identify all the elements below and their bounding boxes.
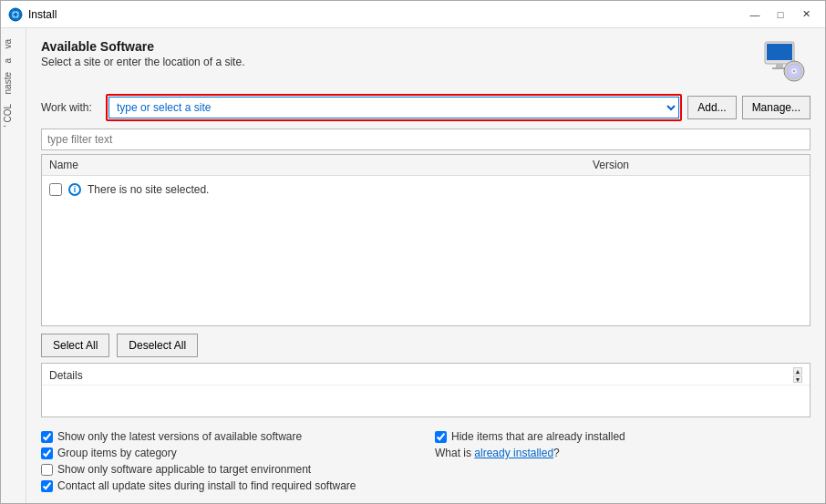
sidebar-label-2: a	[1, 55, 26, 67]
dialog-header: Available Software Select a site or ente…	[41, 39, 244, 68]
scroll-indicator: ▲ ▼	[793, 367, 802, 383]
opt-what-is-label: What is already installed?	[435, 447, 560, 459]
add-button[interactable]: Add...	[687, 96, 736, 119]
work-with-label: Work with:	[41, 101, 100, 114]
site-select-wrapper: type or select a site	[106, 94, 682, 121]
logo-area	[756, 39, 811, 85]
dialog-content: Available Software Select a site or ente…	[26, 28, 825, 503]
site-select[interactable]: type or select a site	[108, 97, 679, 118]
opt-hide-installed-label: Hide items that are already installed	[451, 430, 625, 443]
option-contact-sites: Contact all update sites during install …	[41, 479, 417, 492]
maximize-button[interactable]: □	[769, 5, 792, 24]
opt-group-category-label: Group items by category	[57, 447, 177, 459]
details-body	[42, 386, 810, 418]
close-button[interactable]: ✕	[794, 5, 818, 24]
filter-input[interactable]	[41, 129, 811, 150]
filter-row	[41, 129, 811, 150]
svg-rect-6	[767, 44, 792, 60]
sidebar-label-3: naste	[1, 68, 26, 98]
table-header: Name Version	[42, 155, 810, 176]
app-icon	[8, 7, 23, 22]
window-controls: — □ ✕	[743, 5, 818, 24]
options-grid: Show only the latest versions of availab…	[41, 430, 811, 492]
scroll-down[interactable]: ▼	[793, 375, 802, 383]
option-target-env: Show only software applicable to target …	[41, 463, 417, 476]
options-section: Show only the latest versions of availab…	[41, 425, 811, 492]
col-extra-header	[775, 159, 802, 171]
table-row: i There is no site selected.	[49, 180, 802, 200]
option-what-is-installed: What is already installed?	[435, 447, 811, 459]
opt-target-env-checkbox[interactable]	[41, 464, 53, 476]
opt-hide-installed-checkbox[interactable]	[435, 431, 447, 443]
col-name-header: Name	[49, 159, 593, 171]
left-sidebar: va a naste ' COL	[1, 28, 26, 503]
deselect-all-button[interactable]: Deselect All	[117, 334, 198, 357]
install-dialog: Install — □ ✕ va a naste ' COL Available…	[0, 0, 826, 504]
option-latest-versions: Show only the latest versions of availab…	[41, 430, 417, 443]
selection-buttons: Select All Deselect All	[41, 326, 811, 363]
option-empty	[435, 463, 811, 476]
minimize-button[interactable]: —	[743, 5, 767, 24]
svg-point-12	[793, 70, 796, 73]
manage-button[interactable]: Manage...	[742, 96, 811, 119]
opt-group-category-checkbox[interactable]	[41, 447, 53, 459]
dialog-subtitle: Select a site or enter the location of a…	[41, 56, 244, 68]
header-row: Available Software Select a site or ente…	[41, 39, 811, 85]
cd-icon	[760, 39, 806, 85]
sidebar-label-4: ' COL	[1, 100, 26, 130]
option-group-category: Group items by category	[41, 447, 417, 459]
outer-layout: va a naste ' COL Available Software Sele…	[1, 28, 825, 503]
work-with-row: Work with: type or select a site Add... …	[41, 94, 811, 121]
row-checkbox[interactable]	[49, 183, 62, 196]
dialog-title: Available Software	[41, 39, 244, 54]
opt-latest-versions-checkbox[interactable]	[41, 431, 53, 443]
opt-contact-sites-checkbox[interactable]	[41, 480, 53, 492]
opt-contact-sites-label: Contact all update sites during install …	[57, 479, 356, 492]
software-table: Name Version i There is no site selected…	[41, 154, 811, 326]
opt-target-env-label: Show only software applicable to target …	[57, 463, 311, 476]
scroll-up[interactable]: ▲	[793, 367, 802, 375]
select-all-button[interactable]: Select All	[41, 334, 109, 357]
table-body: i There is no site selected.	[42, 176, 810, 325]
sidebar-label-1: va	[1, 36, 26, 53]
opt-latest-versions-label: Show only the latest versions of availab…	[57, 430, 302, 443]
option-hide-installed: Hide items that are already installed	[435, 430, 811, 443]
svg-rect-7	[776, 64, 783, 67]
row-text: There is no site selected.	[88, 183, 209, 196]
title-bar: Install — □ ✕	[1, 1, 825, 28]
details-label: Details ▲ ▼	[42, 364, 810, 386]
window-title: Install	[28, 8, 743, 21]
details-section: Details ▲ ▼	[41, 363, 811, 417]
already-installed-link[interactable]: already installed	[474, 447, 553, 459]
info-icon: i	[67, 182, 82, 197]
col-version-header: Version	[593, 159, 775, 171]
